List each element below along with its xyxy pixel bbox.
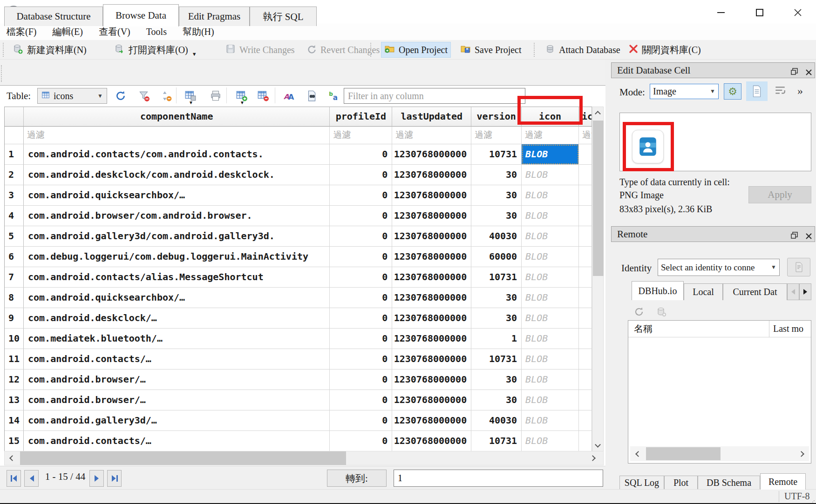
cell-icon[interactable]: BLOB: [522, 308, 579, 329]
filter-lastUpdated[interactable]: 過濾: [392, 127, 471, 144]
dock-tab-db-schema[interactable]: DB Schema: [698, 476, 760, 490]
row-number[interactable]: 14: [5, 410, 24, 431]
table-row[interactable]: 10 com.mediatek.bluetooth/… 0 1230768000…: [5, 329, 592, 349]
cell-version[interactable]: 30: [471, 370, 522, 390]
cell-partial[interactable]: [579, 144, 592, 165]
cell-lastUpdated[interactable]: 1230768000000: [392, 431, 471, 451]
list-header-last-modified[interactable]: Last mo: [769, 323, 803, 334]
minimize-button[interactable]: [714, 7, 728, 19]
float-panel-icon[interactable]: [790, 230, 798, 242]
toolbar-handle-2[interactable]: [370, 43, 371, 57]
tab-scroll-left-button[interactable]: [787, 283, 799, 300]
cell-version[interactable]: 10731: [471, 431, 522, 451]
row-number[interactable]: 7: [5, 267, 24, 288]
toolbar-handle[interactable]: [3, 43, 4, 57]
edit-cell-dock-titlebar[interactable]: Edit Database Cell: [611, 62, 815, 78]
cell-lastUpdated[interactable]: 1230768000000: [392, 370, 471, 390]
remote-tab-dbhub[interactable]: DBHub.io: [632, 281, 684, 300]
delete-record-button[interactable]: [255, 88, 271, 104]
cell-profileId[interactable]: 0: [330, 165, 392, 185]
cell-version[interactable]: 30: [471, 185, 522, 206]
cell-version[interactable]: 30: [471, 206, 522, 226]
filter-profileId[interactable]: 過濾: [330, 127, 392, 144]
cell-partial[interactable]: [579, 165, 592, 185]
cell-partial[interactable]: [579, 329, 592, 349]
close-panel-icon[interactable]: [805, 67, 812, 79]
remote-list-horizontal-scrollbar[interactable]: [630, 446, 809, 461]
filter-version[interactable]: 過濾: [471, 127, 522, 144]
cell-profileId[interactable]: 0: [330, 267, 392, 288]
menu-view[interactable]: 查看(V): [99, 26, 130, 38]
attach-database-button[interactable]: Attach Database: [542, 42, 623, 58]
cell-version[interactable]: 30: [471, 390, 522, 410]
cell-componentName[interactable]: com.debug.loggerui/com.debug.loggerui.Ma…: [24, 247, 330, 267]
encoding-indicator[interactable]: UTF-8: [784, 491, 809, 502]
cell-profileId[interactable]: 0: [330, 431, 392, 451]
cell-lastUpdated[interactable]: 1230768000000: [392, 349, 471, 370]
vertical-scrollbar-thumb[interactable]: [593, 121, 604, 276]
open-project-button[interactable]: Open Project: [381, 42, 451, 58]
manage-identities-button[interactable]: [787, 258, 810, 276]
open-database-dropdown-arrow[interactable]: ▼: [192, 51, 197, 57]
cell-partial[interactable]: [579, 431, 592, 451]
row-number[interactable]: 12: [5, 370, 24, 390]
cell-componentName[interactable]: com.android.contacts/alias.MessageShortc…: [24, 267, 330, 288]
table-select[interactable]: icons ▼: [37, 88, 107, 104]
save-results-dropdown-arrow[interactable]: ▼: [189, 100, 193, 105]
table-row[interactable]: 11 com.android.contacts/… 0 123076800000…: [5, 349, 592, 370]
cell-componentName[interactable]: com.android.deskclock/com.android.deskcl…: [24, 165, 330, 185]
cell-lastUpdated[interactable]: 1230768000000: [392, 185, 471, 206]
mode-select[interactable]: Image ▼: [650, 84, 719, 99]
dock-tab-plot[interactable]: Plot: [664, 476, 698, 490]
auto-switch-mode-button[interactable]: ⚙: [724, 83, 741, 100]
column-header-profileId[interactable]: profileId: [330, 107, 392, 127]
table-row[interactable]: 15 com.android.contacts/… 0 123076800000…: [5, 431, 592, 451]
cell-version[interactable]: 10731: [471, 349, 522, 370]
table-row[interactable]: 14 com.android.gallery3d/… 0 12307680000…: [5, 410, 592, 431]
goto-button[interactable]: 轉到:: [327, 470, 387, 487]
menu-edit[interactable]: 編輯(E): [52, 26, 83, 38]
cell-componentName[interactable]: com.android.deskclock/…: [24, 308, 330, 329]
cell-icon[interactable]: BLOB: [522, 185, 579, 206]
cell-componentName[interactable]: com.android.contacts/com.android.contact…: [24, 144, 330, 165]
row-number[interactable]: 9: [5, 308, 24, 329]
row-number[interactable]: 8: [5, 288, 24, 308]
scroll-up-button[interactable]: [592, 107, 603, 120]
open-database-button[interactable]: 打開資料庫(O) ▼: [111, 42, 200, 58]
cell-profileId[interactable]: 0: [330, 247, 392, 267]
maximize-button[interactable]: [753, 7, 767, 19]
cell-version[interactable]: 60000: [471, 247, 522, 267]
cell-partial[interactable]: [579, 349, 592, 370]
row-number[interactable]: 5: [5, 226, 24, 247]
row-number[interactable]: 4: [5, 206, 24, 226]
clear-sorting-button[interactable]: [158, 88, 174, 104]
menu-help[interactable]: 幫助(H): [183, 26, 214, 38]
identity-select[interactable]: Select an identity to conne ▼: [658, 259, 780, 276]
filter-icon[interactable]: 過濾: [522, 127, 579, 144]
column-header-componentName[interactable]: componentName: [24, 107, 330, 127]
cell-partial[interactable]: [579, 185, 592, 206]
cell-profileId[interactable]: 0: [330, 206, 392, 226]
cell-partial[interactable]: [579, 247, 592, 267]
cell-icon[interactable]: BLOB: [522, 349, 579, 370]
menu-tools[interactable]: Tools: [146, 27, 167, 37]
toolbar-overflow-button[interactable]: »: [797, 85, 803, 97]
save-results-button[interactable]: ▼: [183, 88, 198, 104]
cell-partial[interactable]: [579, 267, 592, 288]
close-database-button[interactable]: 關閉資料庫(C): [626, 42, 704, 58]
grid-horizontal-scrollbar[interactable]: [4, 451, 604, 465]
cell-version[interactable]: 30: [471, 288, 522, 308]
cell-icon[interactable]: BLOB: [522, 390, 579, 410]
first-record-button[interactable]: [7, 470, 21, 487]
cell-version[interactable]: 30: [471, 308, 522, 329]
scroll-down-button[interactable]: [592, 438, 603, 451]
cell-componentName[interactable]: com.android.gallery3d/…: [24, 410, 330, 431]
cell-lastUpdated[interactable]: 1230768000000: [392, 165, 471, 185]
list-scrollbar-thumb[interactable]: [646, 447, 721, 460]
table-row[interactable]: 5 com.android.gallery3d/com.android.gall…: [5, 226, 592, 247]
cell-partial[interactable]: [579, 410, 592, 431]
cell-icon[interactable]: BLOB: [522, 165, 579, 185]
remote-tab-local[interactable]: Local: [684, 283, 723, 300]
table-row[interactable]: 1 com.android.contacts/com.android.conta…: [5, 144, 592, 165]
cell-version[interactable]: 10731: [471, 267, 522, 288]
